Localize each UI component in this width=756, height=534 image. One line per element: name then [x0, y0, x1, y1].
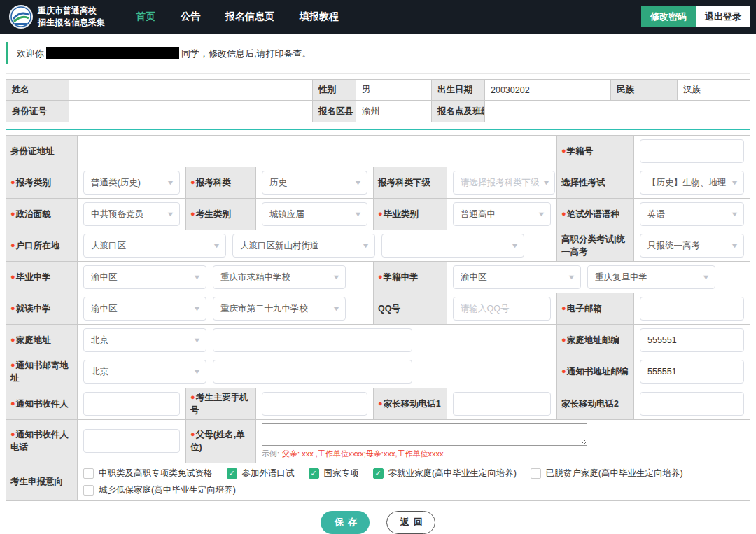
- registered-school-label: ●学籍中学: [374, 262, 447, 293]
- form-row-graduate-school: ●毕业中学 渝中区▼ 重庆市求精中学校▼ ●学籍中学 渝中区▼ 重庆复旦中学▼: [6, 262, 750, 293]
- candidate-type-select[interactable]: 城镇应届▼: [262, 202, 368, 226]
- student-no-cell: [634, 136, 750, 167]
- welcome-banner: 欢迎你同学，修改信息后,请打印备查。: [6, 42, 750, 74]
- foreign-language-select[interactable]: 英语▼: [640, 202, 744, 226]
- checkbox-icon: ✓: [83, 468, 94, 479]
- checkbox-poverty-lifted[interactable]: ✓已脱贫户家庭(高中毕业生定向培养): [531, 468, 683, 479]
- change-password-button[interactable]: 修改密码: [641, 6, 696, 27]
- household-street-select[interactable]: 大渡口区新山村街道▼: [232, 234, 375, 258]
- checkbox-national-program[interactable]: ✓国家专项: [309, 468, 359, 479]
- id-address-label: 身份证地址: [6, 136, 78, 167]
- back-button[interactable]: 返回: [386, 511, 435, 534]
- political-select[interactable]: 中共预备党员▼: [83, 202, 180, 226]
- id-address-value: [78, 136, 557, 167]
- checkbox-checked-icon: ✓: [227, 468, 237, 479]
- gender-label: 性别: [313, 80, 356, 100]
- chevron-down-icon: ▼: [361, 242, 370, 249]
- required-dot-icon: ●: [10, 430, 15, 438]
- parents-hint: 示例:父亲: xxx ,工作单位xxxx;母亲:xxx,工作单位xxxx: [262, 449, 744, 459]
- main-phone-label: ●考生主要手机号: [186, 388, 256, 419]
- district-label: 报名区县: [313, 101, 356, 122]
- qq-label: QQ号: [374, 293, 447, 324]
- notice-address-region-select[interactable]: 北京▼: [83, 360, 206, 384]
- graduate-type-select[interactable]: 普通高中▼: [453, 202, 551, 226]
- political-label: ●政治面貌: [6, 199, 78, 230]
- recipient-cell: [78, 388, 186, 419]
- welcome-message: 欢迎你同学，修改信息后,请打印备查。: [17, 47, 312, 60]
- vocational-exam-select[interactable]: 只报统一高考▼: [640, 234, 744, 258]
- required-dot-icon: ●: [378, 399, 383, 407]
- student-no-input[interactable]: [640, 139, 744, 163]
- nav-home[interactable]: 首页: [136, 10, 155, 23]
- form-row-home-address: ●家庭地址 北京▼ ●家庭地址邮编: [6, 325, 750, 356]
- form-row-notice-address: ●通知书邮寄地址 北京▼ ●通知书地址邮编: [6, 356, 750, 388]
- nav-registration-info[interactable]: 报名信息页: [225, 10, 274, 23]
- form-row-attend-school: ●就读中学 渝中区▼ 重庆市第二十九中学校▼ QQ号 ●电子邮箱: [6, 293, 750, 325]
- home-address-region-select[interactable]: 北京▼: [83, 328, 206, 352]
- foreign-language-label: ●笔试外语语种: [557, 199, 634, 230]
- graduate-school-name-select[interactable]: 重庆市求精中学校▼: [213, 265, 346, 289]
- attend-school-name-select[interactable]: 重庆市第二十九中学校▼: [213, 297, 346, 321]
- recipient-phone-label: ●通知书收件人电话: [6, 420, 78, 463]
- checkbox-oral-exam[interactable]: ✓参加外语口试: [227, 468, 295, 479]
- parent-phone2-input[interactable]: [640, 392, 744, 416]
- notice-zip-label: ●通知书地址邮编: [557, 356, 634, 387]
- chevron-down-icon: ▼: [354, 179, 362, 186]
- email-input[interactable]: [640, 297, 744, 321]
- chevron-down-icon: ▼: [332, 305, 340, 312]
- apply-subject-select[interactable]: 历史▼: [262, 171, 368, 195]
- form-row-political: ●政治面貌 中共预备党员▼ ●考生类别 城镇应届▼ ●毕业类别 普通高中▼ ●笔…: [6, 199, 750, 230]
- email-label: ●电子邮箱: [557, 293, 634, 324]
- parents-textarea[interactable]: [262, 423, 587, 446]
- apply-category-cell: 普通类(历史)▼: [78, 167, 186, 198]
- apply-category-select[interactable]: 普通类(历史)▼: [83, 171, 180, 195]
- graduate-type-cell: 普通高中▼: [447, 199, 557, 230]
- home-address-detail-input[interactable]: [213, 328, 412, 352]
- save-button[interactable]: 保存: [321, 511, 370, 534]
- parents-label: ●父母(姓名,单位): [186, 420, 256, 463]
- attend-school-district-select[interactable]: 渝中区▼: [83, 297, 206, 321]
- notice-zip-input[interactable]: [640, 360, 744, 384]
- form-actions: 保存 返回: [0, 501, 756, 534]
- checkbox-exemption[interactable]: ✓中职类及高职专项类免试资格: [83, 468, 213, 479]
- checkbox-checked-icon: ✓: [309, 468, 319, 479]
- table-row: 姓名 性别 男 出生日期 20030202 民族 汉族: [6, 80, 750, 101]
- graduate-school-district-select[interactable]: 渝中区▼: [83, 265, 206, 289]
- household-district-select[interactable]: 大渡口区▼: [83, 234, 226, 258]
- home-zip-label: ●家庭地址邮编: [557, 325, 634, 356]
- checkbox-subsistence-allowance[interactable]: ✓城乡低保家庭(高中毕业生定向培养): [83, 484, 236, 496]
- nav-announcements[interactable]: 公告: [181, 10, 200, 23]
- vocational-exam-cell: 只报统一高考▼: [634, 230, 750, 261]
- form-row-parents: ●通知书收件人电话 ●父母(姓名,单位) 示例:父亲: xxx ,工作单位xxx…: [6, 420, 750, 463]
- ethnicity-label: 民族: [611, 80, 678, 100]
- checkbox-icon: ✓: [531, 468, 541, 479]
- home-address-label: ●家庭地址: [6, 325, 78, 356]
- redacted-student-name: [46, 47, 179, 59]
- graduate-type-label: ●毕业类别: [374, 199, 447, 230]
- logout-button[interactable]: 退出登录: [696, 6, 750, 27]
- qq-input[interactable]: [453, 297, 551, 321]
- registered-school-name-select[interactable]: 重庆复旦中学▼: [587, 265, 715, 289]
- id-number-value: [69, 101, 313, 122]
- foreign-language-cell: 英语▼: [634, 199, 750, 230]
- nav-tutorial[interactable]: 填报教程: [300, 10, 339, 23]
- chevron-down-icon: ▼: [192, 305, 201, 312]
- registered-school-cell: 渝中区▼ 重庆复旦中学▼: [447, 262, 750, 293]
- registered-school-district-select[interactable]: 渝中区▼: [453, 265, 581, 289]
- chevron-down-icon: ▼: [166, 211, 174, 218]
- household-detail-select[interactable]: ▼: [382, 234, 524, 258]
- form-row-apply-category: ●报考类别 普通类(历史)▼ ●报考科类 历史▼ 报考科类下级 请选择报考科类下…: [6, 167, 750, 199]
- recipient-phone-input[interactable]: [83, 429, 180, 453]
- id-number-label: 身份证号: [6, 101, 69, 122]
- required-dot-icon: ●: [190, 178, 195, 186]
- selective-exam-select[interactable]: 【历史】生物、地理▼: [640, 171, 744, 195]
- home-zip-input[interactable]: [640, 328, 744, 352]
- candidate-type-cell: 城镇应届▼: [256, 199, 374, 230]
- notice-address-detail-input[interactable]: [213, 360, 412, 384]
- parent-phone1-input[interactable]: [453, 392, 551, 416]
- main-phone-input[interactable]: [262, 392, 368, 416]
- checkbox-zero-employment[interactable]: ✓零就业家庭(高中毕业生定向培养): [373, 468, 517, 479]
- student-no-label: ●学籍号: [557, 136, 634, 167]
- recipient-input[interactable]: [83, 392, 180, 416]
- subject-sub-select[interactable]: 请选择报考科类下级▼: [453, 171, 555, 195]
